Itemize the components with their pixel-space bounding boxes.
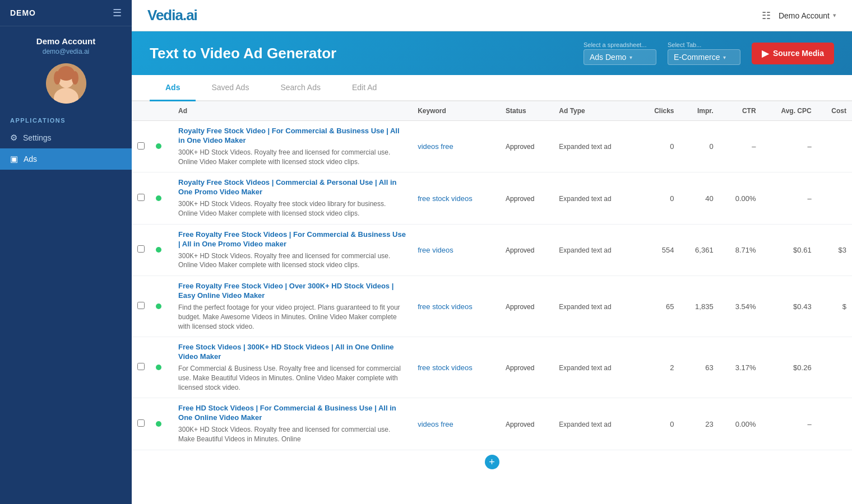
tab-search-ads-label: Search Ads (280, 83, 321, 92)
ad-title[interactable]: Royalty Free Stock Videos | Commercial &… (178, 178, 406, 197)
row-keyword-cell: free videos (412, 224, 500, 276)
status-badge: Approved (506, 246, 534, 254)
ad-title[interactable]: Free Royalty Free Stock Video | Over 300… (178, 282, 406, 301)
ad-type: Expanded text ad (559, 195, 611, 203)
ad-desc: Find the perfect footage for your video … (178, 303, 406, 331)
col-status: Status (500, 101, 553, 121)
row-ctr-cell: 0.00% (719, 398, 762, 450)
keyword-link[interactable]: free stock videos (418, 363, 473, 372)
row-checkbox[interactable] (137, 419, 145, 427)
row-checkbox[interactable] (137, 245, 145, 253)
keyword-link[interactable]: free stock videos (418, 302, 473, 311)
col-ad-type: Ad Type (553, 101, 638, 121)
row-impr-cell: 40 (680, 172, 719, 224)
row-impr-cell: 63 (680, 337, 719, 398)
spreadsheet-dropdown[interactable]: Ads Demo ▾ (584, 49, 656, 65)
row-keyword-cell: free stock videos (412, 276, 500, 337)
tab-saved-ads[interactable]: Saved Ads (196, 75, 265, 101)
row-cpc-cell: – (762, 172, 817, 224)
col-ctr: CTR (719, 101, 762, 121)
status-badge: Approved (506, 195, 534, 203)
hamburger-icon[interactable]: ☰ (113, 7, 122, 19)
row-ad-cell: Free Royalty Free Stock Videos | For Com… (173, 224, 412, 276)
row-checkbox[interactable] (137, 142, 145, 150)
ad-title[interactable]: Free HD Stock Videos | For Commercial & … (178, 404, 406, 423)
row-ad-cell: Free HD Stock Videos | For Commercial & … (173, 398, 412, 450)
row-keyword-cell: videos free (412, 398, 500, 450)
active-dot-icon (156, 143, 161, 149)
col-checkbox (132, 101, 150, 121)
source-media-button[interactable]: ▶ Source Media (752, 43, 834, 64)
sidebar-account-name: Demo Account (36, 36, 95, 46)
row-status-cell: Approved (500, 172, 553, 224)
ad-title[interactable]: Royalty Free Stock Video | For Commercia… (178, 127, 406, 146)
spreadsheet-selector: Select a spreadsheet... Ads Demo ▾ (584, 41, 656, 65)
row-clicks-cell: 554 (638, 224, 680, 276)
row-checkbox[interactable] (137, 363, 145, 370)
spreadsheet-chevron-icon: ▾ (629, 54, 632, 60)
row-status-dot-cell (150, 276, 173, 337)
row-status-dot-cell (150, 172, 173, 224)
sidebar-item-ads[interactable]: ▣ Ads (0, 148, 132, 170)
row-ad-cell: Royalty Free Stock Video | For Commercia… (173, 121, 412, 172)
tab-dropdown[interactable]: E-Commerce ▾ (668, 49, 740, 65)
sidebar: DEMO ☰ Demo Account demo@vedia.ai APPLIC… (0, 0, 132, 504)
source-media-label: Source Media (773, 49, 824, 58)
row-clicks-cell: 0 (638, 172, 680, 224)
tab-value: E-Commerce (674, 53, 720, 62)
row-adtype-cell: Expanded text ad (553, 276, 638, 337)
topbar-account[interactable]: Demo Account ▾ (779, 11, 836, 20)
row-ctr-cell: 0.00% (719, 172, 762, 224)
status-badge: Approved (506, 364, 534, 372)
sidebar-header: DEMO ☰ (0, 0, 132, 26)
ad-title[interactable]: Free Stock Videos | 300K+ HD Stock Video… (178, 343, 406, 362)
tab-ads-label: Ads (165, 83, 180, 92)
row-checkbox[interactable] (137, 194, 145, 201)
row-impr-cell: 1,835 (680, 276, 719, 337)
row-adtype-cell: Expanded text ad (553, 398, 638, 450)
sidebar-account: Demo Account demo@vedia.ai (0, 26, 132, 109)
row-checkbox-cell (132, 276, 150, 337)
ad-title[interactable]: Free Royalty Free Stock Videos | For Com… (178, 230, 406, 249)
tab-selector: Select Tab... E-Commerce ▾ (668, 41, 740, 65)
source-media-icon: ▶ (762, 48, 768, 59)
keyword-link[interactable]: free videos (418, 246, 453, 254)
row-clicks-cell: 2 (638, 337, 680, 398)
sidebar-item-settings[interactable]: ⚙ Settings (0, 127, 132, 148)
main-content: Vedia.ai ☷ Demo Account ▾ Text to Video … (132, 0, 852, 504)
row-keyword-cell: free stock videos (412, 337, 500, 398)
row-cost-cell (817, 398, 852, 450)
table-row: Free Royalty Free Stock Video | Over 300… (132, 276, 852, 337)
active-dot-icon (156, 195, 161, 201)
tab-ads[interactable]: Ads (150, 75, 196, 101)
topbar-grid-icon[interactable]: ☷ (762, 10, 771, 22)
ads-table: Ad Keyword Status Ad Type Clicks Impr. C… (132, 101, 852, 450)
row-cpc-cell: – (762, 398, 817, 450)
row-status-dot-cell (150, 398, 173, 450)
row-clicks-cell: 65 (638, 276, 680, 337)
col-ad: Ad (173, 101, 412, 121)
row-ctr-cell: 3.54% (719, 276, 762, 337)
row-checkbox-cell (132, 224, 150, 276)
tab-search-ads[interactable]: Search Ads (265, 75, 336, 101)
active-dot-icon (156, 247, 161, 253)
tab-edit-ad-label: Edit Ad (352, 83, 377, 92)
row-adtype-cell: Expanded text ad (553, 224, 638, 276)
tab-label: Select Tab... (668, 41, 740, 48)
ad-type: Expanded text ad (559, 143, 611, 151)
row-cost-cell (817, 172, 852, 224)
row-keyword-cell: videos free (412, 121, 500, 172)
keyword-link[interactable]: videos free (418, 420, 453, 428)
row-checkbox[interactable] (137, 302, 145, 309)
topbar-chevron-icon: ▾ (833, 12, 836, 19)
active-dot-icon (156, 421, 161, 427)
keyword-link[interactable]: videos free (418, 142, 453, 151)
add-row-button[interactable]: + (485, 455, 499, 469)
topbar: Vedia.ai ☷ Demo Account ▾ (132, 0, 852, 31)
row-clicks-cell: 0 (638, 398, 680, 450)
spreadsheet-label: Select a spreadsheet... (584, 41, 656, 48)
ad-type: Expanded text ad (559, 364, 611, 372)
svg-point-5 (54, 71, 61, 85)
keyword-link[interactable]: free stock videos (418, 194, 473, 203)
tab-edit-ad[interactable]: Edit Ad (336, 75, 392, 101)
